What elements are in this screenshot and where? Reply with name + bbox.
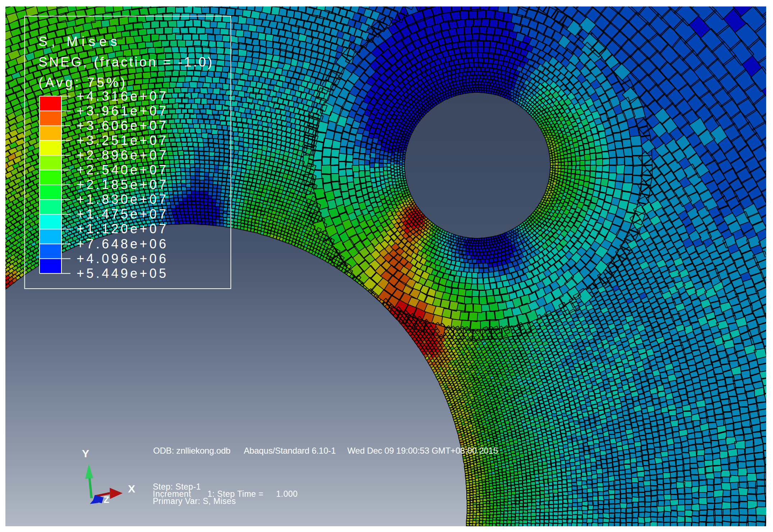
svg-text:S, Mises: S, Mises bbox=[38, 34, 121, 49]
svg-text:+1.120e+07: +1.120e+07 bbox=[77, 221, 168, 236]
svg-text:Z: Z bbox=[104, 494, 109, 505]
svg-text:+3.961e+07: +3.961e+07 bbox=[77, 104, 168, 118]
svg-text:+5.449e+05: +5.449e+05 bbox=[77, 266, 168, 281]
svg-text:(Avg: 75%): (Avg: 75%) bbox=[38, 75, 127, 90]
svg-text:+1.830e+07: +1.830e+07 bbox=[77, 192, 168, 207]
svg-text:+7.648e+06: +7.648e+06 bbox=[77, 237, 168, 251]
svg-text:SNEG, (fraction = -1.0): SNEG, (fraction = -1.0) bbox=[38, 55, 214, 69]
svg-text:Abaqus/Standard 6.10-1: Abaqus/Standard 6.10-1 bbox=[244, 446, 336, 455]
svg-text:+2.540e+07: +2.540e+07 bbox=[77, 162, 168, 177]
svg-text:+3.606e+07: +3.606e+07 bbox=[77, 118, 168, 133]
svg-text:Y: Y bbox=[82, 448, 90, 459]
svg-text:+2.185e+07: +2.185e+07 bbox=[77, 177, 168, 192]
svg-text:+3.251e+07: +3.251e+07 bbox=[77, 133, 168, 148]
svg-text:Wed Dec 09 19:00:53 GMT+08:00: Wed Dec 09 19:00:53 GMT+08:00 2015 bbox=[347, 446, 498, 455]
svg-text:+4.096e+06: +4.096e+06 bbox=[77, 251, 168, 266]
svg-text:Primary Var: S, Mises: Primary Var: S, Mises bbox=[153, 496, 236, 506]
svg-text:+1.475e+07: +1.475e+07 bbox=[77, 207, 168, 221]
svg-text:X: X bbox=[128, 483, 136, 495]
svg-text:1.000: 1.000 bbox=[276, 489, 298, 499]
svg-text:+4.316e+07: +4.316e+07 bbox=[77, 89, 168, 104]
svg-text:+2.896e+07: +2.896e+07 bbox=[77, 148, 168, 162]
svg-text:ODB: znlliekong.odb: ODB: znlliekong.odb bbox=[153, 446, 230, 455]
